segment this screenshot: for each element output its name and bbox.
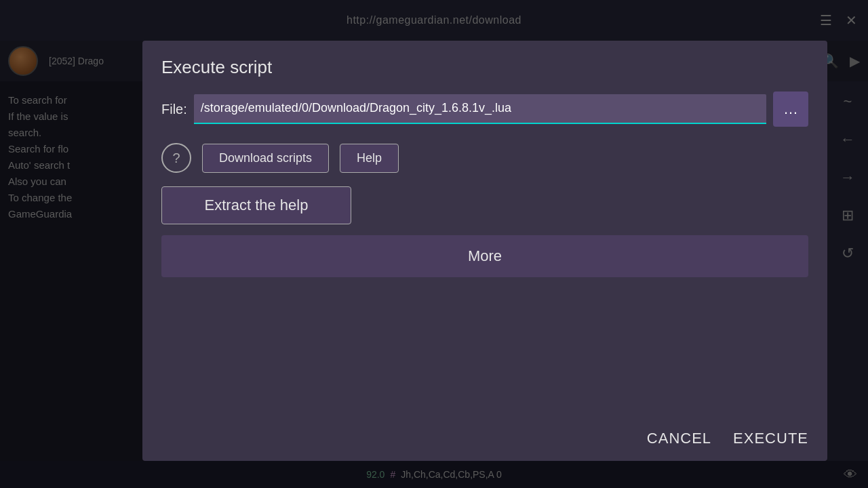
dialog-title: Execute script (161, 57, 808, 78)
file-input[interactable] (194, 94, 766, 123)
file-label: File: (161, 102, 187, 117)
file-input-container (194, 94, 766, 123)
execute-button[interactable]: EXECUTE (733, 430, 808, 447)
download-scripts-button[interactable]: Download scripts (202, 144, 329, 173)
ellipsis-icon: … (783, 100, 798, 118)
help-button[interactable]: Help (340, 144, 399, 173)
dialog-footer: CANCEL EXECUTE (161, 416, 808, 447)
question-icon: ? (172, 150, 180, 166)
cancel-button[interactable]: CANCEL (647, 430, 711, 447)
file-browse-button[interactable]: … (773, 92, 808, 127)
more-button[interactable]: More (161, 235, 808, 277)
extract-help-button[interactable]: Extract the help (161, 186, 351, 224)
action-buttons-row: ? Download scripts Help (161, 143, 808, 173)
file-row: File: … (161, 92, 808, 127)
execute-script-dialog: Execute script File: … ? Download script… (142, 41, 827, 461)
help-circle-icon[interactable]: ? (161, 143, 191, 173)
